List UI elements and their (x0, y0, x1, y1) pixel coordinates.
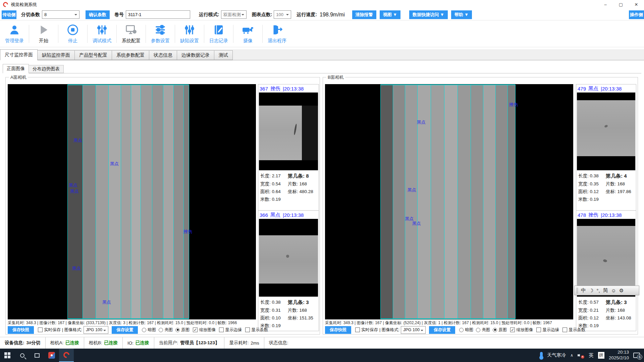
exit-program-button[interactable]: 退出程序 (263, 22, 291, 46)
realtime-save-checkbox[interactable] (355, 327, 360, 332)
system-config-button[interactable]: 系统配置 (117, 22, 146, 46)
taskbar-app-vision-system[interactable] (59, 349, 74, 362)
strip-boundary-line (515, 85, 516, 319)
capture-button[interactable]: 摄像 (233, 22, 262, 46)
tray-expand-icon[interactable]: ∧ (570, 353, 573, 358)
original-image-radio[interactable] (175, 328, 180, 332)
ime-fullwidth-icon[interactable]: ☽ (589, 288, 593, 294)
material-strip (67, 85, 82, 319)
start-button[interactable]: 开始 (29, 22, 58, 46)
tab-system-params[interactable]: 系统参数配置 (112, 50, 149, 60)
ime-grip-handle[interactable] (577, 288, 578, 294)
stop-button[interactable]: 停止 (58, 22, 87, 46)
display-time-value: 2ms (251, 341, 259, 346)
chart-points-select[interactable]: 100 (274, 10, 291, 19)
current-user-value: 管理员【123-123】 (180, 340, 219, 346)
subtab-trend-chart[interactable]: 分布趋势图表 (29, 65, 64, 73)
bright-image-radio[interactable] (476, 328, 480, 332)
view-menu-button[interactable]: 视图 ▼ (380, 10, 400, 19)
show-edge-checkbox[interactable] (536, 327, 541, 332)
log-record-button[interactable]: 日志记录 (204, 22, 233, 46)
ime-settings-icon[interactable]: ⚙ (619, 288, 624, 294)
show-edge-checkbox[interactable] (219, 327, 224, 332)
defect-label: 挫伤 (509, 102, 518, 108)
strip-boundary-line (380, 84, 515, 85)
tab-status-info[interactable]: 状态信息 (149, 50, 177, 60)
defect-label: 黑点 (69, 182, 77, 188)
notification-center-icon[interactable]: 6 (633, 353, 640, 358)
taskbar-search-button[interactable] (15, 349, 30, 362)
tab-test[interactable]: 测试 (214, 50, 233, 60)
camera-a-panel: A面相机 黑点黑点黑点黑点挫伤黑点黑点 367挫伤|20:13:38 长度: 2… (5, 77, 320, 335)
strip-boundary-line (67, 318, 189, 319)
dark-image-radio[interactable] (459, 328, 464, 332)
material-strip (444, 85, 458, 319)
slit-count-select[interactable]: 8 (42, 10, 79, 19)
system-monitor-icon (125, 23, 138, 37)
run-mode-select[interactable]: 双面检测 (221, 10, 247, 19)
dark-image-radio[interactable] (142, 328, 146, 332)
ime-language-bar: 中 ☽ °, 简 ☺ ⚙ (574, 286, 639, 295)
close-button[interactable]: ✕ (629, 0, 644, 9)
clear-alarm-button[interactable]: 清除报警 (352, 10, 376, 19)
tab-defect-monitor[interactable]: 缺陷监控界面 (38, 50, 75, 60)
tab-size-monitor[interactable]: 尺寸监控界面 (0, 49, 38, 60)
operator-side-button[interactable]: 操作侧 (629, 10, 644, 19)
camera-icon (241, 23, 254, 37)
windows-taskbar: 天气寒冷 ∧ ✕ 英 拼 20:13 2025/2/10 6 (0, 349, 644, 362)
debug-sliders-icon (96, 23, 108, 37)
save-settings-button[interactable]: 保存设置 (112, 326, 138, 334)
save-snapshot-button[interactable]: 保存快照 (8, 326, 34, 334)
ime-chinese-mode[interactable]: 中 (581, 287, 586, 294)
params-settings-button[interactable]: 参数设置 (146, 22, 175, 46)
tab-product-model[interactable]: 产品型号配置 (75, 50, 112, 60)
help-menu-button[interactable]: 帮助 ▼ (451, 10, 472, 19)
defect-settings-button[interactable]: 缺陷设置 (175, 22, 204, 46)
taskbar-app-pinned[interactable] (44, 349, 59, 362)
data-quick-access-button[interactable]: 数据快捷访问 ▼ (409, 10, 447, 19)
language-indicator[interactable]: 英 (589, 352, 594, 359)
ime-emoticon-icon[interactable]: ☺ (611, 288, 616, 293)
bright-image-radio[interactable] (159, 328, 163, 332)
material-strip (495, 85, 507, 319)
taskbar-clock[interactable]: 20:13 2025/2/10 (609, 350, 629, 361)
zoom-image-checkbox[interactable]: ✓ (193, 327, 198, 332)
tab-edge-data[interactable]: 边缘数据记录 (177, 50, 214, 60)
ime-pinyin-indicator[interactable]: 拼 (598, 352, 604, 359)
realtime-save-checkbox[interactable] (38, 327, 43, 332)
save-snapshot-button[interactable]: 保存快照 (325, 326, 351, 334)
realtime-save-label: 实时保存 (44, 327, 61, 333)
original-image-radio[interactable] (493, 328, 497, 332)
roll-number-input[interactable] (126, 10, 190, 19)
strip-boundary-line (507, 85, 508, 319)
volume-muted-icon[interactable]: ✕ (578, 353, 584, 358)
zoom-image-checkbox[interactable]: ✓ (510, 327, 515, 332)
show-strips-checkbox[interactable] (562, 327, 567, 332)
image-format-select[interactable]: JPG 100 (84, 326, 108, 334)
task-view-button[interactable] (30, 349, 44, 362)
chart-points-label: 图表点数: (252, 12, 272, 18)
strip-boundary-line (458, 85, 458, 319)
weather-text[interactable]: 天气寒冷 (547, 352, 566, 358)
weather-thermometer-icon[interactable] (540, 352, 543, 359)
subtab-front-image[interactable]: 正面图像 (3, 64, 29, 73)
stop-icon (67, 23, 79, 37)
material-strip (96, 85, 108, 319)
defect-card: 479黑点|20:13:38 长度: 0.38第几条: 4 宽度: 0.35片数… (576, 84, 636, 209)
start-button[interactable] (0, 349, 15, 362)
minimize-button[interactable]: – (598, 0, 613, 9)
debug-mode-button[interactable]: 调试模式 (88, 22, 116, 46)
maximize-button[interactable]: ▢ (613, 0, 629, 9)
ime-simplified-mode[interactable]: 简 (603, 287, 608, 294)
image-format-select[interactable]: JPG 100 (401, 326, 426, 334)
save-settings-button[interactable]: 保存设置 (429, 326, 455, 334)
ime-punctuation-icon[interactable]: °, (596, 288, 600, 293)
material-strip (152, 85, 163, 319)
show-strips-checkbox[interactable] (245, 327, 250, 332)
drive-side-button[interactable]: 传动侧 (2, 10, 16, 19)
admin-login-button[interactable]: 管理登录 (0, 22, 29, 46)
confirm-count-button[interactable]: 确认条数 (86, 10, 110, 19)
device-info-value: 3#分切 (26, 340, 41, 346)
window-title: 视觉检测系统 (11, 2, 37, 8)
camera-a-defect-column: 367挫伤|20:13:38 长度: 2.17第几条: 8 宽度: 0.54片数… (258, 84, 319, 331)
